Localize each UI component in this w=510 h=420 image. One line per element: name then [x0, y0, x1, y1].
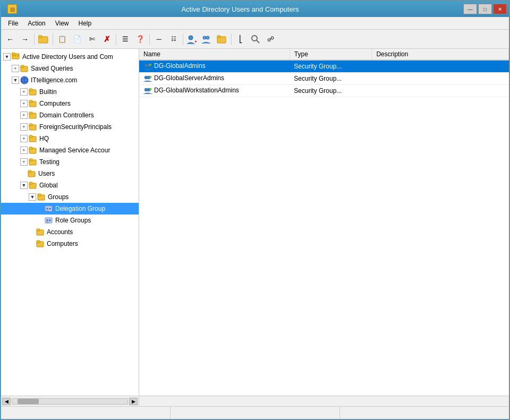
- new-ou-button[interactable]: [215, 32, 229, 46]
- svg-point-2: [189, 36, 193, 40]
- bottom-scroll-area: ◀ ▶: [1, 396, 509, 406]
- svg-rect-29: [29, 124, 32, 126]
- svg-point-47: [49, 219, 51, 221]
- close-button[interactable]: ✕: [493, 4, 507, 14]
- svg-point-8: [252, 36, 257, 41]
- window-controls: — □ ✕: [463, 4, 507, 14]
- content-pane: Name Type Description DG-GlobalAdminsSec…: [139, 49, 509, 396]
- new-group-button[interactable]: [200, 32, 214, 46]
- col-name[interactable]: Name: [139, 49, 290, 60]
- svg-point-60: [149, 88, 151, 90]
- tree-root[interactable]: ▼ Active Directory Users and Com: [1, 51, 139, 63]
- tree-toggle-saved-queries[interactable]: +: [12, 65, 19, 72]
- tree-item-fsp[interactable]: + ForeignSecurityPrincipals: [1, 121, 139, 133]
- global-icon: [29, 181, 37, 190]
- find-icon: [251, 35, 260, 44]
- cell-description: [372, 60, 509, 73]
- h-scrollbar[interactable]: [12, 398, 128, 405]
- tree-toggle-fsp[interactable]: +: [20, 123, 28, 131]
- dc-icon: [29, 111, 37, 119]
- builtin-icon: [29, 88, 37, 96]
- back-button[interactable]: ←: [3, 32, 17, 46]
- scroll-left-btn[interactable]: ◀: [2, 398, 11, 405]
- tree-toggle-domain[interactable]: ▼: [12, 76, 19, 84]
- new-user-button[interactable]: +: [185, 32, 199, 46]
- saved-queries-icon: [20, 64, 29, 73]
- tree-item-users[interactable]: Users: [1, 168, 139, 179]
- forward-button[interactable]: →: [18, 32, 32, 46]
- content-table: Name Type Description DG-GlobalAdminsSec…: [139, 49, 509, 97]
- find-button[interactable]: [249, 32, 262, 46]
- tree-item-global[interactable]: ▼ Global: [1, 179, 139, 191]
- col-description[interactable]: Description: [372, 49, 509, 60]
- menu-file[interactable]: File: [3, 18, 23, 29]
- maximize-button[interactable]: □: [478, 4, 492, 14]
- tree-toggle-builtin[interactable]: +: [20, 88, 28, 96]
- svg-rect-33: [29, 147, 32, 149]
- table-row[interactable]: DG-GlobalAdminsSecurity Group...: [139, 60, 509, 73]
- filter-button[interactable]: ⎣: [234, 32, 248, 46]
- tree-item-saved-queries[interactable]: + Saved Queries: [1, 63, 139, 74]
- minimize-button[interactable]: —: [463, 4, 477, 14]
- copy-button[interactable]: 📋: [55, 32, 69, 46]
- tree-item-role-groups[interactable]: Role Groups: [1, 215, 139, 226]
- testing-label: Testing: [39, 158, 60, 166]
- tree-item-hq[interactable]: + HQ: [1, 133, 139, 144]
- tree-item-accounts[interactable]: Accounts: [1, 226, 139, 238]
- tree-item-computers[interactable]: + Computers: [1, 98, 139, 109]
- extra-button[interactable]: ☍: [264, 32, 277, 46]
- tree-toggle-testing[interactable]: +: [20, 158, 28, 166]
- svg-rect-37: [28, 170, 31, 173]
- delegation-label: Delegation Group: [55, 205, 105, 212]
- tree-toggle-managed[interactable]: +: [20, 147, 28, 154]
- cell-type: Security Group...: [290, 73, 372, 85]
- tree-item-groups[interactable]: ▼ Groups: [1, 191, 139, 203]
- view-list-button[interactable]: ─: [152, 32, 166, 46]
- tree-toggle-computers[interactable]: +: [20, 100, 28, 107]
- status-section-2: [171, 407, 340, 419]
- folder-up-icon: [38, 35, 49, 44]
- tree-item-managed[interactable]: + Managed Service Accour: [1, 144, 139, 156]
- svg-rect-23: [29, 89, 32, 91]
- cell-name: DG-GlobalAdmins: [139, 60, 290, 73]
- tree-item-domain[interactable]: ▼ ITtelligence.com: [1, 74, 139, 86]
- delete-button[interactable]: ✗: [100, 32, 114, 46]
- folder-up-button[interactable]: [37, 32, 50, 46]
- table-row[interactable]: DG-GlobalWorkstationAdminsSecurity Group…: [139, 85, 509, 97]
- menu-action[interactable]: Action: [23, 18, 50, 29]
- svg-rect-31: [29, 135, 32, 138]
- group-row-icon: [143, 87, 154, 94]
- tree-pane: ▼ Active Directory Users and Com +: [1, 49, 139, 396]
- help-button[interactable]: ❓: [133, 32, 147, 46]
- h-scrollbar-thumb[interactable]: [18, 399, 39, 404]
- tree-toggle-global[interactable]: ▼: [20, 182, 28, 189]
- status-bar: [1, 406, 509, 419]
- tree-toggle-dc[interactable]: +: [20, 112, 28, 119]
- paste-button[interactable]: 📄: [70, 32, 84, 46]
- properties-button[interactable]: ☰: [118, 32, 132, 46]
- svg-rect-7: [217, 36, 220, 38]
- tree-item-dc[interactable]: + Domain Controllers: [1, 109, 139, 121]
- tree-item-global-computers[interactable]: Computers: [1, 238, 139, 250]
- tree-item-builtin[interactable]: + Builtin: [1, 86, 139, 98]
- accounts-icon: [36, 228, 45, 236]
- table-row[interactable]: DG-GlobalServerAdminsSecurity Group...: [139, 73, 509, 85]
- menu-help[interactable]: Help: [74, 18, 97, 29]
- svg-point-5: [206, 36, 209, 39]
- menu-view[interactable]: View: [50, 18, 74, 29]
- cell-type: Security Group...: [290, 60, 372, 73]
- tree-toggle-root[interactable]: ▼: [3, 53, 11, 61]
- col-type[interactable]: Type: [290, 49, 372, 60]
- tree-item-delegation[interactable]: Delegation Group: [1, 203, 139, 215]
- view-detail-button[interactable]: ☷: [167, 32, 181, 46]
- users-label: Users: [38, 170, 55, 177]
- tree-item-testing[interactable]: + Testing: [1, 156, 139, 168]
- tree-toggle-hq[interactable]: +: [20, 135, 28, 142]
- svg-rect-27: [29, 112, 32, 114]
- scroll-right-btn[interactable]: ▶: [129, 398, 138, 405]
- domain-icon: [20, 76, 29, 84]
- cell-type: Security Group...: [290, 85, 372, 97]
- tree-toggle-groups[interactable]: ▼: [29, 193, 36, 201]
- cut-button[interactable]: ✄: [85, 32, 99, 46]
- window-title: Active Directory Users and Computers: [17, 5, 463, 13]
